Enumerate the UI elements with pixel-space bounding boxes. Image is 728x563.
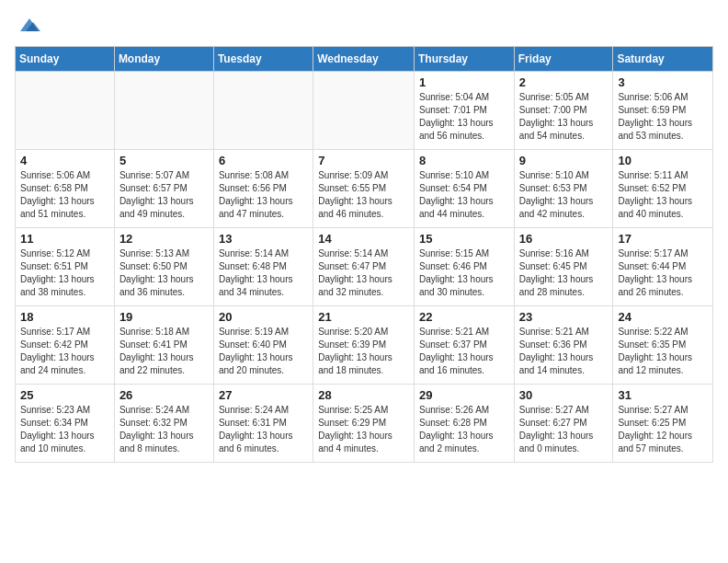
calendar-cell: 27Sunrise: 5:24 AM Sunset: 6:31 PM Dayli…: [213, 385, 313, 463]
day-info: Sunrise: 5:16 AM Sunset: 6:45 PM Dayligh…: [519, 247, 609, 299]
calendar-cell: 8Sunrise: 5:10 AM Sunset: 6:54 PM Daylig…: [414, 150, 514, 228]
calendar-cell: [213, 72, 313, 150]
day-info: Sunrise: 5:19 AM Sunset: 6:40 PM Dayligh…: [219, 326, 308, 377]
day-number: 22: [419, 310, 509, 324]
day-number: 14: [318, 232, 409, 246]
header-friday: Friday: [514, 47, 613, 72]
calendar-cell: 21Sunrise: 5:20 AM Sunset: 6:39 PM Dayli…: [313, 306, 415, 385]
week-row-4: 18Sunrise: 5:17 AM Sunset: 6:42 PM Dayli…: [16, 306, 713, 385]
day-number: 29: [419, 388, 509, 402]
calendar-cell: 22Sunrise: 5:21 AM Sunset: 6:37 PM Dayli…: [414, 306, 514, 385]
calendar-cell: [114, 72, 213, 150]
calendar-cell: 26Sunrise: 5:24 AM Sunset: 6:32 PM Dayli…: [114, 385, 213, 463]
day-number: 20: [219, 310, 308, 324]
day-number: 26: [119, 388, 209, 402]
day-info: Sunrise: 5:11 AM Sunset: 6:52 PM Dayligh…: [618, 169, 708, 221]
day-info: Sunrise: 5:09 AM Sunset: 6:55 PM Dayligh…: [318, 169, 409, 221]
day-info: Sunrise: 5:20 AM Sunset: 6:39 PM Dayligh…: [318, 326, 409, 377]
day-number: 10: [618, 154, 708, 167]
header-sunday: Sunday: [16, 47, 115, 72]
calendar-cell: 12Sunrise: 5:13 AM Sunset: 6:50 PM Dayli…: [114, 228, 213, 306]
calendar-cell: 19Sunrise: 5:18 AM Sunset: 6:41 PM Dayli…: [114, 306, 213, 385]
day-info: Sunrise: 5:08 AM Sunset: 6:56 PM Dayligh…: [219, 169, 308, 221]
calendar-cell: 13Sunrise: 5:14 AM Sunset: 6:48 PM Dayli…: [213, 228, 313, 306]
calendar-cell: 10Sunrise: 5:11 AM Sunset: 6:52 PM Dayli…: [613, 150, 713, 228]
calendar-cell: [313, 72, 415, 150]
day-number: 4: [20, 154, 109, 167]
calendar-cell: 18Sunrise: 5:17 AM Sunset: 6:42 PM Dayli…: [16, 306, 115, 385]
day-number: 8: [419, 154, 509, 167]
day-number: 17: [618, 232, 708, 246]
calendar-cell: 17Sunrise: 5:17 AM Sunset: 6:44 PM Dayli…: [613, 228, 713, 306]
calendar-cell: 1Sunrise: 5:04 AM Sunset: 7:01 PM Daylig…: [414, 72, 514, 150]
calendar-cell: 29Sunrise: 5:26 AM Sunset: 6:28 PM Dayli…: [414, 385, 514, 463]
day-number: 25: [20, 388, 109, 402]
day-info: Sunrise: 5:06 AM Sunset: 6:58 PM Dayligh…: [20, 169, 109, 221]
calendar-cell: 23Sunrise: 5:21 AM Sunset: 6:36 PM Dayli…: [514, 306, 613, 385]
day-number: 28: [318, 388, 409, 402]
day-info: Sunrise: 5:10 AM Sunset: 6:53 PM Dayligh…: [519, 169, 609, 221]
calendar: SundayMondayTuesdayWednesdayThursdayFrid…: [15, 46, 713, 463]
calendar-cell: 11Sunrise: 5:12 AM Sunset: 6:51 PM Dayli…: [16, 228, 115, 306]
day-number: 6: [219, 154, 308, 167]
day-number: 9: [519, 154, 609, 167]
day-number: 24: [618, 310, 708, 324]
day-info: Sunrise: 5:13 AM Sunset: 6:50 PM Dayligh…: [119, 247, 209, 299]
day-number: 2: [519, 75, 609, 89]
calendar-cell: 3Sunrise: 5:06 AM Sunset: 6:59 PM Daylig…: [613, 72, 713, 150]
day-info: Sunrise: 5:24 AM Sunset: 6:31 PM Dayligh…: [219, 404, 308, 455]
calendar-cell: 14Sunrise: 5:14 AM Sunset: 6:47 PM Dayli…: [313, 228, 415, 306]
calendar-cell: 9Sunrise: 5:10 AM Sunset: 6:53 PM Daylig…: [514, 150, 613, 228]
calendar-cell: 20Sunrise: 5:19 AM Sunset: 6:40 PM Dayli…: [213, 306, 313, 385]
week-row-1: 1Sunrise: 5:04 AM Sunset: 7:01 PM Daylig…: [16, 72, 713, 150]
calendar-cell: 30Sunrise: 5:27 AM Sunset: 6:27 PM Dayli…: [514, 385, 613, 463]
week-row-3: 11Sunrise: 5:12 AM Sunset: 6:51 PM Dayli…: [16, 228, 713, 306]
week-row-5: 25Sunrise: 5:23 AM Sunset: 6:34 PM Dayli…: [16, 385, 713, 463]
day-number: 5: [119, 154, 209, 167]
day-number: 19: [119, 310, 209, 324]
calendar-cell: 28Sunrise: 5:25 AM Sunset: 6:29 PM Dayli…: [313, 385, 415, 463]
day-info: Sunrise: 5:21 AM Sunset: 6:36 PM Dayligh…: [519, 326, 609, 377]
header-saturday: Saturday: [613, 47, 713, 72]
day-info: Sunrise: 5:25 AM Sunset: 6:29 PM Dayligh…: [318, 404, 409, 455]
header-monday: Monday: [114, 47, 213, 72]
calendar-cell: 15Sunrise: 5:15 AM Sunset: 6:46 PM Dayli…: [414, 228, 514, 306]
day-info: Sunrise: 5:10 AM Sunset: 6:54 PM Dayligh…: [419, 169, 509, 221]
day-number: 30: [519, 388, 609, 402]
logo-icon: [17, 15, 42, 35]
day-info: Sunrise: 5:27 AM Sunset: 6:27 PM Dayligh…: [519, 404, 609, 455]
day-number: 13: [219, 232, 308, 246]
day-number: 27: [219, 388, 308, 402]
day-number: 16: [519, 232, 609, 246]
calendar-cell: 24Sunrise: 5:22 AM Sunset: 6:35 PM Dayli…: [613, 306, 713, 385]
calendar-cell: 7Sunrise: 5:09 AM Sunset: 6:55 PM Daylig…: [313, 150, 415, 228]
week-row-2: 4Sunrise: 5:06 AM Sunset: 6:58 PM Daylig…: [16, 150, 713, 228]
header-wednesday: Wednesday: [313, 47, 415, 72]
logo: [15, 15, 42, 35]
day-info: Sunrise: 5:14 AM Sunset: 6:47 PM Dayligh…: [318, 247, 409, 299]
day-info: Sunrise: 5:15 AM Sunset: 6:46 PM Dayligh…: [419, 247, 509, 299]
calendar-cell: 4Sunrise: 5:06 AM Sunset: 6:58 PM Daylig…: [16, 150, 115, 228]
day-number: 21: [318, 310, 409, 324]
day-info: Sunrise: 5:22 AM Sunset: 6:35 PM Dayligh…: [618, 326, 708, 377]
calendar-cell: 6Sunrise: 5:08 AM Sunset: 6:56 PM Daylig…: [213, 150, 313, 228]
calendar-cell: 5Sunrise: 5:07 AM Sunset: 6:57 PM Daylig…: [114, 150, 213, 228]
header-thursday: Thursday: [414, 47, 514, 72]
day-info: Sunrise: 5:17 AM Sunset: 6:42 PM Dayligh…: [20, 326, 109, 377]
day-number: 23: [519, 310, 609, 324]
day-number: 12: [119, 232, 209, 246]
calendar-cell: 31Sunrise: 5:27 AM Sunset: 6:25 PM Dayli…: [613, 385, 713, 463]
day-info: Sunrise: 5:04 AM Sunset: 7:01 PM Dayligh…: [419, 91, 509, 143]
day-info: Sunrise: 5:23 AM Sunset: 6:34 PM Dayligh…: [20, 404, 109, 455]
calendar-cell: [16, 72, 115, 150]
calendar-header-row: SundayMondayTuesdayWednesdayThursdayFrid…: [16, 47, 713, 72]
day-info: Sunrise: 5:24 AM Sunset: 6:32 PM Dayligh…: [119, 404, 209, 455]
day-info: Sunrise: 5:14 AM Sunset: 6:48 PM Dayligh…: [219, 247, 308, 299]
day-info: Sunrise: 5:12 AM Sunset: 6:51 PM Dayligh…: [20, 247, 109, 299]
day-number: 3: [618, 75, 708, 89]
day-number: 15: [419, 232, 509, 246]
calendar-cell: 16Sunrise: 5:16 AM Sunset: 6:45 PM Dayli…: [514, 228, 613, 306]
day-info: Sunrise: 5:06 AM Sunset: 6:59 PM Dayligh…: [618, 91, 708, 143]
day-number: 18: [20, 310, 109, 324]
day-number: 31: [618, 388, 708, 402]
